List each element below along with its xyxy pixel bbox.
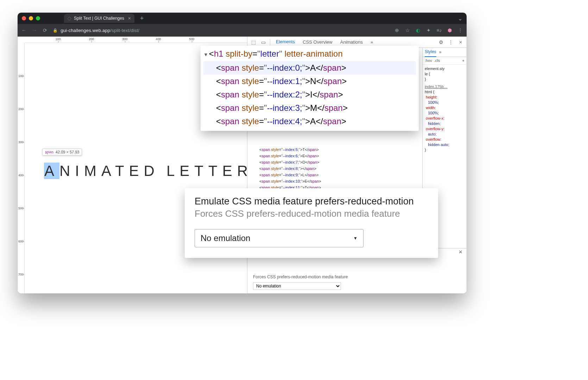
letter: I xyxy=(75,163,84,179)
reading-list-icon[interactable]: ≡♪ xyxy=(436,27,442,33)
page-heading: ANIMATEDLETTERS xyxy=(44,163,247,179)
zoom-subtitle: Forces CSS prefers-reduced-motion media … xyxy=(195,208,428,219)
ruler-horizontal: 100200300400500 xyxy=(25,37,247,43)
rendering-label: Forces CSS prefers-reduced-motion media … xyxy=(253,274,461,279)
menu-icon[interactable]: ⋮ xyxy=(457,27,463,33)
devtools-menu-icon[interactable]: ⋮ xyxy=(446,38,455,47)
device-icon[interactable]: ▭ xyxy=(259,38,268,47)
css-rules: element.style {}index.175b…html { height… xyxy=(423,65,467,154)
letter: M xyxy=(84,163,101,179)
bookmark-icon[interactable]: ☆ xyxy=(405,27,410,33)
address-bar: ← → ⟳ 🔒 gui-challenges.web.app/split-tex… xyxy=(18,24,467,37)
window-close-dot[interactable] xyxy=(22,16,26,20)
inspect-icon[interactable]: ⬚ xyxy=(249,38,258,47)
letter: E xyxy=(222,163,237,179)
dom-node[interactable]: <span style="--index:8;"></span> xyxy=(249,165,422,172)
rendering-select[interactable]: No emulation xyxy=(253,282,341,290)
tab-overflow-icon[interactable]: ⌄ xyxy=(458,15,462,22)
letter: L xyxy=(166,163,179,179)
dom-node[interactable]: <span style="--index:5;">T</span> xyxy=(249,146,422,153)
filter-cls[interactable]: .cls xyxy=(434,58,440,63)
ruler-vertical: 100200300400500600700800 xyxy=(18,43,25,293)
settings-icon[interactable]: ⚙ xyxy=(436,38,445,47)
browser-tab[interactable]: ◌ Split Text | GUI Challenges × xyxy=(64,14,134,23)
letter: A xyxy=(44,163,59,179)
titlebar: ◌ Split Text | GUI Challenges × + ⌄ xyxy=(18,13,467,24)
caret-icon: ▼ xyxy=(353,236,358,241)
styles-tab[interactable]: Styles xyxy=(425,48,436,57)
forward-icon[interactable]: → xyxy=(32,27,37,33)
drawer-close-icon[interactable]: × xyxy=(459,248,462,256)
translate-icon[interactable]: ⊕ xyxy=(394,27,400,33)
dom-node[interactable]: <span style="--index:10;">E</span> xyxy=(249,178,422,184)
letter: T xyxy=(208,163,222,179)
url-bar[interactable]: 🔒 gui-challenges.web.app/split-text/dist… xyxy=(53,28,389,33)
profile-icon[interactable]: ⬢ xyxy=(447,27,453,33)
extension-icon-1[interactable]: ◐ xyxy=(415,27,421,33)
extensions-icon[interactable]: ✦ xyxy=(426,27,431,33)
tab-favicon: ◌ xyxy=(68,16,71,21)
letter: R xyxy=(237,163,247,179)
zoom-title: Emulate CSS media feature prefers-reduce… xyxy=(195,196,428,207)
window-max-dot[interactable] xyxy=(36,16,40,20)
letter: E xyxy=(179,163,194,179)
zoom-select[interactable]: No emulation ▼ xyxy=(195,229,363,247)
back-icon[interactable]: ← xyxy=(21,27,27,33)
letter: N xyxy=(59,163,75,179)
letter: A xyxy=(101,163,115,179)
zoom-elements-overlay: ▼<h1 split-by="letter" letter-animation<… xyxy=(201,46,419,131)
inspect-tooltip: span 42.09 × 57.93 xyxy=(42,148,82,156)
letter: T xyxy=(115,163,129,179)
add-rule-icon[interactable]: + xyxy=(462,58,464,63)
dom-node[interactable]: <span style="--index:9;">L</span> xyxy=(249,172,422,178)
zoom-rendering-overlay: Emulate CSS media feature prefers-reduce… xyxy=(185,188,438,258)
reload-icon[interactable]: ⟳ xyxy=(42,27,48,33)
letter: E xyxy=(129,163,144,179)
dom-node[interactable]: <span style="--index:6;">E</span> xyxy=(249,153,422,159)
styles-overflow-icon[interactable]: » xyxy=(439,50,442,55)
window-min-dot[interactable] xyxy=(29,16,33,20)
filter-hov[interactable]: :hov xyxy=(425,58,432,63)
close-tab-icon[interactable]: × xyxy=(128,15,131,21)
devtools-close-icon[interactable]: × xyxy=(456,38,465,47)
letter: T xyxy=(194,163,208,179)
letter: D xyxy=(144,163,159,179)
dom-node[interactable]: <span style="--index:7;">D</span> xyxy=(249,159,422,165)
tooltip-tag: span xyxy=(45,150,53,154)
new-tab-icon[interactable]: + xyxy=(140,15,144,22)
tooltip-dim: 42.09 × 57.93 xyxy=(56,150,80,154)
lock-icon: 🔒 xyxy=(53,28,58,33)
tab-title: Split Text | GUI Challenges xyxy=(74,16,124,21)
